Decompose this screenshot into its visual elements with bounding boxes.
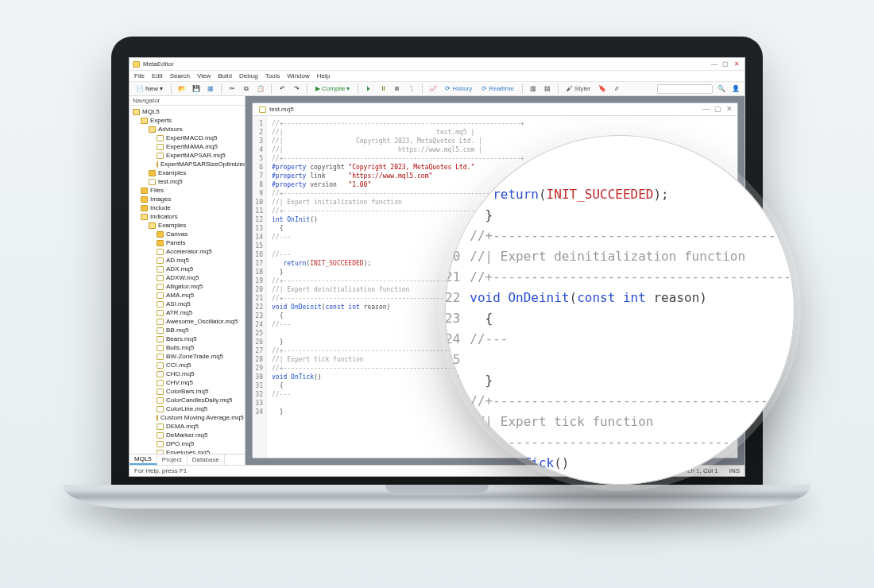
tree-item[interactable]: Experts xyxy=(130,116,245,125)
window-titlebar: MetaEditor — ▢ ✕ xyxy=(130,58,744,71)
cut-icon[interactable]: ✂ xyxy=(226,83,238,95)
chart-icon[interactable]: 📈 xyxy=(427,83,439,95)
editor-window-controls: — ▢ ✕ xyxy=(702,105,733,113)
terminal-icon[interactable]: ▥ xyxy=(528,83,539,95)
tree-item[interactable]: AD.mq5 xyxy=(130,256,245,265)
new-label: New xyxy=(145,85,158,92)
tree-item[interactable]: Files xyxy=(130,186,245,195)
debug-stop-icon[interactable]: ⏹ xyxy=(392,83,403,95)
tree-item[interactable]: Canvas xyxy=(130,230,245,238)
menu-tools[interactable]: Tools xyxy=(265,72,280,79)
menu-debug[interactable]: Debug xyxy=(239,72,258,79)
navigator-header: Navigator xyxy=(130,96,245,106)
file-icon xyxy=(149,179,156,185)
tree-item[interactable]: CHO.mq5 xyxy=(130,369,245,378)
menu-window[interactable]: Window xyxy=(287,72,309,79)
debug-start-icon[interactable]: ⏵ xyxy=(363,83,374,95)
document-tab[interactable]: test.mq5 xyxy=(253,103,737,116)
copy-icon[interactable]: ⧉ xyxy=(241,83,252,95)
toolbar-sep xyxy=(171,84,172,94)
tree-item[interactable]: BB.mq5 xyxy=(130,326,245,335)
tree-item[interactable]: Envelopes.mq5 xyxy=(130,448,245,454)
file-icon xyxy=(157,161,158,168)
tree-item[interactable]: CCI.mq5 xyxy=(130,361,245,369)
tree-item[interactable]: Bears.mq5 xyxy=(130,335,245,343)
tree-item[interactable]: AMA.mq5 xyxy=(130,291,245,300)
tree-item[interactable]: BW-ZoneTrade.mq5 xyxy=(130,352,245,361)
tree-item[interactable]: ExpertMAPSAR.mq5 xyxy=(130,151,245,160)
realtime-button[interactable]: ⟳ Realtime xyxy=(478,83,517,94)
tree-item[interactable]: ColorLine.mq5 xyxy=(130,404,245,413)
tree-item[interactable]: ExpertMAPSARSizeOptimized.mq5 xyxy=(130,160,245,168)
community-icon[interactable]: 👤 xyxy=(730,83,741,95)
navigator-tree[interactable]: MQL5ExpertsAdvisorsExpertMACD.mq5ExpertM… xyxy=(130,106,245,454)
tree-item[interactable]: Custom Moving Average.mq5 xyxy=(130,413,245,422)
paste-icon[interactable]: 📋 xyxy=(255,83,266,95)
tree-item[interactable]: ColorBars.mq5 xyxy=(130,387,245,396)
menu-view[interactable]: View xyxy=(197,72,211,79)
tree-item[interactable]: ADXW.mq5 xyxy=(130,273,245,282)
tree-item[interactable]: MQL5 xyxy=(130,107,245,116)
doc-maximize-icon[interactable]: ▢ xyxy=(714,105,721,113)
toolbar-sep xyxy=(221,84,222,94)
navigator-panel-icon[interactable]: ▤ xyxy=(542,83,553,95)
doc-minimize-icon[interactable]: — xyxy=(702,105,710,113)
tree-item[interactable]: Indicators xyxy=(130,212,245,221)
doc-close-icon[interactable]: ✕ xyxy=(726,105,733,113)
tree-item[interactable]: Alligator.mq5 xyxy=(130,282,245,291)
tree-item[interactable]: ASI.mq5 xyxy=(130,300,245,308)
toolbar-search-input[interactable] xyxy=(657,84,713,94)
save-icon[interactable]: 💾 xyxy=(191,83,202,95)
menu-search[interactable]: Search xyxy=(170,72,190,79)
tree-item[interactable]: Advisors xyxy=(130,125,245,133)
tree-label: AD.mq5 xyxy=(166,257,189,264)
menu-edit[interactable]: Edit xyxy=(152,72,163,79)
tree-item[interactable]: ExpertMAMA.mq5 xyxy=(130,142,245,151)
tree-item[interactable]: Awesome_Oscillator.mq5 xyxy=(130,317,245,326)
styler-button[interactable]: 🖌 Styler xyxy=(563,83,594,94)
tree-item[interactable]: Images xyxy=(130,195,245,203)
tree-label: Custom Moving Average.mq5 xyxy=(160,414,244,421)
history-button[interactable]: ⟳ History xyxy=(442,83,475,94)
magnifier-lens: 19202122232425262728 return(INIT_SUCCEED… xyxy=(445,135,795,485)
realtime-label: Realtime xyxy=(489,85,514,92)
tree-item[interactable]: DeMarker.mq5 xyxy=(130,431,245,439)
tree-item[interactable]: ColorCandlesDaily.mq5 xyxy=(130,396,245,404)
compile-button[interactable]: ▶ Compile ▾ xyxy=(312,83,353,94)
saveall-icon[interactable]: ▦ xyxy=(205,83,216,95)
window-maximize-button[interactable]: ▢ xyxy=(721,60,730,68)
tree-label: Examples xyxy=(158,222,186,229)
debug-pause-icon[interactable]: ⏸ xyxy=(377,83,389,95)
menu-build[interactable]: Build xyxy=(218,72,232,79)
tree-item[interactable]: Accelerator.mq5 xyxy=(130,247,245,256)
navigator-tab-mql5[interactable]: MQL5 xyxy=(130,455,157,465)
comment-icon[interactable]: // xyxy=(611,83,622,95)
tree-item[interactable]: Examples xyxy=(130,168,245,177)
compile-label: Compile xyxy=(322,85,345,92)
debug-step-icon[interactable]: ⤵ xyxy=(406,83,417,95)
new-button[interactable]: 📄 New ▾ xyxy=(133,83,166,94)
tree-item[interactable]: ATR.mq5 xyxy=(130,308,245,317)
open-icon[interactable]: 📂 xyxy=(176,83,188,95)
tree-item[interactable]: Bulls.mq5 xyxy=(130,343,245,352)
navigator-tab-database[interactable]: Database xyxy=(188,455,225,465)
menu-file[interactable]: File xyxy=(134,72,145,79)
tree-item[interactable]: CHV.mq5 xyxy=(130,378,245,387)
window-close-button[interactable]: ✕ xyxy=(732,60,741,68)
redo-icon[interactable]: ↷ xyxy=(291,83,302,95)
tree-item[interactable]: ADX.mq5 xyxy=(130,265,245,273)
tree-item[interactable]: DEMA.mq5 xyxy=(130,422,245,431)
window-minimize-button[interactable]: — xyxy=(710,60,719,68)
undo-icon[interactable]: ↶ xyxy=(277,83,288,95)
menu-help[interactable]: Help xyxy=(317,72,330,79)
tree-item[interactable]: Examples xyxy=(130,221,245,230)
search-icon[interactable]: 🔍 xyxy=(716,83,727,95)
navigator-tab-project[interactable]: Project xyxy=(157,455,188,465)
tree-item[interactable]: Panels xyxy=(130,238,245,247)
bookmark-icon[interactable]: 🔖 xyxy=(597,83,608,95)
tree-item[interactable]: test.mq5 xyxy=(130,177,245,186)
tree-item[interactable]: DPO.mq5 xyxy=(130,439,245,448)
tree-item[interactable]: Include xyxy=(130,203,245,212)
tree-label: CHO.mq5 xyxy=(166,370,195,377)
tree-item[interactable]: ExpertMACD.mq5 xyxy=(130,133,245,142)
